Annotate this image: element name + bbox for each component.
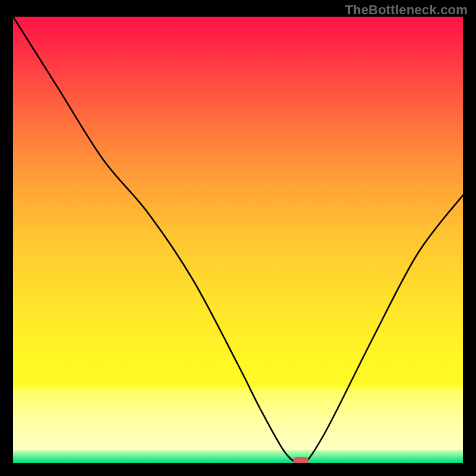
optimal-point-marker	[293, 457, 309, 464]
plot-area	[13, 17, 463, 463]
chart-container: TheBottleneck.com	[0, 0, 476, 476]
bottleneck-curve	[13, 17, 463, 463]
watermark-text: TheBottleneck.com	[345, 2, 468, 18]
